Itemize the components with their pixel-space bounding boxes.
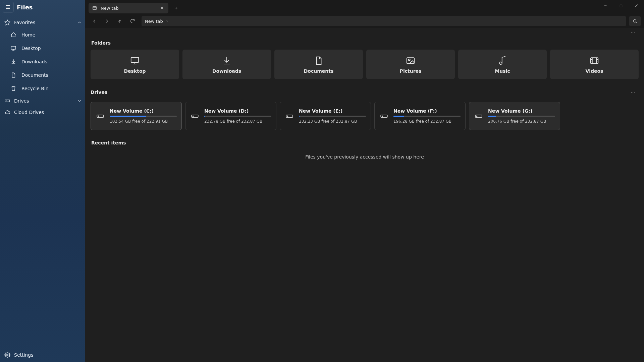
- gear-icon: [4, 352, 11, 358]
- up-button[interactable]: [114, 15, 125, 27]
- tab-bar: New tab: [85, 0, 644, 14]
- hdd-icon: [190, 111, 200, 121]
- chevron-down-icon: [77, 99, 82, 103]
- sidebar-item-documents[interactable]: Documents: [0, 68, 85, 82]
- drive-name: New Volume (E:): [299, 108, 366, 114]
- folders-section-label: Folders: [91, 38, 639, 50]
- maximize-button[interactable]: [613, 0, 629, 11]
- toolbar: New tab: [85, 14, 644, 28]
- back-button[interactable]: [89, 15, 100, 27]
- window-controls: [598, 0, 644, 14]
- svg-point-49: [193, 116, 194, 116]
- drive-usage-bar: [110, 116, 177, 117]
- cloud-icon: [4, 109, 11, 116]
- hdd-icon: [96, 111, 105, 121]
- svg-rect-28: [131, 57, 139, 62]
- new-tab-button[interactable]: [171, 3, 181, 13]
- folder-tile-documents[interactable]: Documents: [274, 50, 363, 79]
- drive-name: New Volume (F:): [393, 108, 461, 114]
- minimize-button[interactable]: [598, 0, 613, 11]
- toolbar-secondary: [85, 28, 644, 38]
- download-icon: [10, 58, 17, 65]
- downloads-icon: [222, 55, 232, 66]
- hdd-icon: [474, 111, 483, 121]
- svg-point-55: [477, 116, 477, 116]
- tab-close-button[interactable]: [158, 4, 166, 12]
- sidebar-settings[interactable]: Settings: [0, 348, 85, 362]
- sidebar-item-downloads[interactable]: Downloads: [0, 55, 85, 68]
- music-icon: [497, 55, 507, 66]
- folder-tile-music[interactable]: Music: [458, 50, 547, 79]
- drive-name: New Volume (D:): [204, 108, 271, 114]
- folder-tile-desktop[interactable]: Desktop: [91, 50, 179, 79]
- sidebar-header: Files: [0, 0, 85, 14]
- chevron-right-icon: [165, 19, 169, 23]
- svg-point-10: [6, 101, 7, 101]
- search-button[interactable]: [629, 16, 641, 26]
- svg-rect-36: [591, 58, 598, 64]
- drive-free-text: 206.76 GB free of 232.87 GB: [488, 119, 555, 124]
- svg-rect-12: [93, 6, 97, 9]
- drive-name: New Volume (G:): [488, 108, 555, 114]
- svg-point-34: [409, 59, 410, 61]
- recent-empty-text: Files you've previously accessed will sh…: [91, 149, 639, 160]
- svg-point-23: [633, 19, 636, 22]
- svg-point-26: [633, 33, 633, 33]
- drive-tile[interactable]: New Volume (C:) 102.54 GB free of 222.91…: [91, 102, 182, 130]
- svg-point-35: [499, 62, 502, 65]
- settings-label: Settings: [14, 352, 33, 358]
- star-icon: [4, 19, 11, 26]
- trash-icon: [10, 85, 17, 92]
- sidebar-item-label: Desktop: [21, 46, 41, 51]
- sidebar-item-label: Documents: [21, 72, 48, 78]
- tab-icon: [92, 5, 97, 11]
- close-button[interactable]: [629, 0, 644, 11]
- sidebar-item-home[interactable]: Home: [0, 28, 85, 42]
- sidebar-section-drives[interactable]: Drives: [0, 95, 85, 107]
- drive-tile[interactable]: New Volume (G:) 206.76 GB free of 232.87…: [469, 102, 560, 130]
- more-button[interactable]: [627, 27, 639, 39]
- drive-tile[interactable]: New Volume (E:) 232.23 GB free of 232.87…: [280, 102, 371, 130]
- folder-tile-label: Desktop: [124, 68, 146, 74]
- drives-more-button[interactable]: [627, 86, 639, 98]
- drive-usage-bar: [488, 116, 555, 117]
- path-bar[interactable]: New tab: [142, 16, 626, 26]
- favorites-label: Favorites: [14, 20, 35, 25]
- pictures-icon: [406, 55, 416, 66]
- sidebar-item-recycle-bin[interactable]: Recycle Bin: [0, 82, 85, 95]
- tab-label: New tab: [101, 6, 158, 11]
- forward-button[interactable]: [101, 15, 113, 27]
- sidebar-item-desktop[interactable]: Desktop: [0, 42, 85, 55]
- svg-point-44: [633, 92, 633, 93]
- app-title: Files: [17, 4, 33, 11]
- sidebar-section-favorites[interactable]: Favorites: [0, 17, 85, 28]
- recent-section-label: Recent items: [91, 137, 639, 149]
- folder-tile-label: Music: [495, 68, 510, 74]
- folder-tile-pictures[interactable]: Pictures: [366, 50, 455, 79]
- home-icon: [10, 32, 17, 38]
- drive-free-text: 232.23 GB free of 232.87 GB: [299, 119, 366, 124]
- folder-tile-downloads[interactable]: Downloads: [182, 50, 271, 79]
- sidebar-section-cloud[interactable]: Cloud Drives: [0, 107, 85, 118]
- refresh-button[interactable]: [127, 15, 138, 27]
- chevron-up-icon: [77, 20, 82, 25]
- videos-icon: [589, 55, 599, 66]
- hdd-icon: [379, 111, 389, 121]
- content: Folders DesktopDownloadsDocumentsPicture…: [85, 38, 644, 362]
- drive-name: New Volume (C:): [110, 108, 177, 114]
- folder-tile-videos[interactable]: Videos: [550, 50, 639, 79]
- tab-new-tab[interactable]: New tab: [89, 3, 168, 13]
- menu-button[interactable]: [3, 2, 13, 12]
- folder-tile-label: Documents: [304, 68, 334, 74]
- main: New tab New tab Folders DesktopDownloads…: [85, 0, 644, 362]
- drive-tile[interactable]: New Volume (D:) 232.78 GB free of 232.87…: [185, 102, 276, 130]
- drive-tile[interactable]: New Volume (F:) 196.28 GB free of 232.87…: [374, 102, 466, 130]
- drive-usage-bar: [204, 116, 271, 117]
- svg-point-27: [634, 33, 635, 33]
- svg-point-43: [631, 92, 632, 93]
- breadcrumb: New tab: [145, 19, 163, 24]
- svg-point-45: [634, 92, 635, 93]
- svg-point-25: [631, 33, 632, 33]
- sidebar: Files Favorites Home Desktop Downloads D…: [0, 0, 85, 362]
- drive-grid: New Volume (C:) 102.54 GB free of 222.91…: [91, 102, 639, 130]
